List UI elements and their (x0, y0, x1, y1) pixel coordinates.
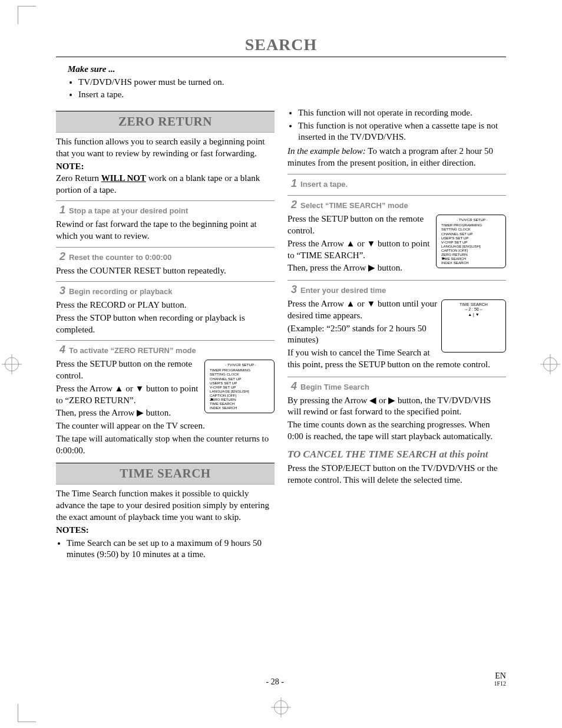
zero-return-step-3: 3 Begin recording or playback Press the … (56, 281, 275, 335)
step-number: 3 (291, 283, 297, 297)
osd-time-search-value: TIME SEARCH – 2 : 50 – ▲ | ▼ (441, 299, 506, 353)
time-search-heading: TIME SEARCH (56, 463, 275, 485)
intro-block: Make sure ... TV/DVD/VHS power must be t… (68, 63, 494, 100)
step-number: 2 (291, 198, 297, 212)
step-number: 4 (59, 343, 65, 357)
zero-return-note: NOTE: Zero Return WILL NOT work on a bla… (56, 161, 275, 196)
language-code: EN (495, 671, 506, 680)
cancel-heading: TO CANCEL THE TIME SEARCH at this point (287, 449, 506, 460)
zero-return-step-4: 4 To activate “ZERO RETURN” mode - TV/VC… (56, 340, 275, 457)
time-search-step-4: 4 Begin Time Search By pressing the Arro… (287, 377, 506, 443)
page-title: SEARCH (56, 35, 506, 57)
arrow-right-icon: ▶ (368, 263, 375, 272)
arrow-down-icon: ▼ (366, 239, 375, 248)
arrow-up-icon: ▲ (115, 384, 124, 393)
arrow-right-icon: ▶ (388, 396, 395, 405)
registration-mark-icon (541, 355, 559, 373)
step-body: Rewind or fast forward the tape to the b… (56, 219, 275, 242)
step-title: Begin Time Search (300, 382, 369, 392)
step-body: The tape will automatically stop when th… (56, 433, 275, 457)
osd-menu-time-search: - TV/VCR SETUP - TIMER PROGRAMMING SETTI… (436, 215, 506, 268)
note-label: NOTE: (56, 162, 84, 171)
arrow-down-icon: ▼ (135, 384, 144, 393)
time-search-step-3: 3 Enter your desired time TIME SEARCH – … (287, 280, 506, 372)
step-title: Enter your desired time (300, 285, 386, 295)
example-text: In the example below: To watch a program… (287, 146, 506, 169)
notes-label: NOTES: (56, 525, 275, 536)
step-body: The time counts down as the searching pr… (287, 419, 506, 443)
note-item: Time Search can be set up to a maximum o… (67, 538, 275, 561)
step-body: Press the STOP button when recording or … (56, 312, 275, 336)
arrow-right-icon: ▶ (442, 256, 445, 261)
manual-page: SEARCH Make sure ... TV/DVD/VHS power mu… (0, 0, 562, 728)
step-title: Stop a tape at your desired point (69, 206, 188, 216)
arrow-left-icon: ◀ (369, 396, 376, 405)
step-title: Begin recording or playback (69, 286, 173, 297)
footer-right: EN 1F12 (494, 671, 506, 687)
time-search-desc: The Time Search function makes it possib… (56, 488, 275, 523)
crop-mark-icon (18, 6, 36, 24)
step-body: Press the RECORD or PLAY button. (56, 299, 275, 311)
time-search-notes-cont: This function will not operate in record… (287, 107, 506, 143)
step-title: Insert a tape. (300, 179, 348, 189)
step-title: To activate “ZERO RETURN” mode (69, 345, 196, 355)
registration-mark-icon (3, 355, 21, 373)
step-number: 4 (291, 380, 297, 394)
zero-return-heading: ZERO RETURN (56, 111, 275, 133)
registration-mark-icon (272, 699, 290, 716)
right-column: This function will not operate in record… (287, 106, 506, 563)
step-title: Reset the counter to 0:00:00 (69, 252, 171, 262)
zero-return-step-1: 1 Stop a tape at your desired point Rewi… (56, 200, 275, 242)
step-title: Select “TIME SEARCH” mode (300, 200, 408, 210)
intro-item: Insert a tape. (78, 88, 494, 100)
cancel-body: Press the STOP/EJECT button on the TV/DV… (287, 463, 506, 486)
time-search-step-1: 1 Insert a tape. (287, 174, 506, 191)
step-number: 3 (59, 284, 65, 298)
page-footer: - 28 - EN 1F12 (56, 671, 506, 687)
arrow-up-icon: ▲ (346, 239, 355, 248)
crop-mark-icon (18, 704, 36, 722)
page-number: - 28 - (266, 677, 284, 687)
zero-return-step-2: 2 Reset the counter to 0:00:00 Press the… (56, 247, 275, 277)
arrow-right-icon: ▶ (211, 397, 214, 401)
arrow-up-icon: ▲ (346, 299, 355, 308)
step-body: Press the COUNTER RESET button repeatedl… (56, 265, 275, 277)
arrow-right-icon: ▶ (137, 408, 144, 417)
step-number: 2 (59, 250, 65, 264)
osd-menu-zero-return: - TV/VCR SETUP - TIMER PROGRAMMING SETTI… (204, 360, 275, 413)
note-item: This function will not operate in record… (298, 107, 506, 119)
zero-return-desc: This function allows you to search easil… (56, 136, 275, 160)
step-body: By pressing the Arrow ◀ or ▶ button, the… (287, 395, 506, 419)
intro-label: Make sure ... (68, 64, 115, 74)
time-search-step-2: 2 Select “TIME SEARCH” mode - TV/VCR SET… (287, 195, 506, 275)
left-column: ZERO RETURN This function allows you to … (56, 106, 275, 563)
note-item: This function is not operative when a ca… (298, 120, 506, 144)
intro-list: TV/DVD/VHS power must be turned on. Inse… (68, 76, 494, 100)
step-number: 1 (59, 203, 65, 218)
step-body: The counter will appear on the TV screen… (56, 420, 275, 432)
doc-code: 1F12 (494, 680, 506, 687)
intro-item: TV/DVD/VHS power must be turned on. (78, 76, 494, 88)
arrow-down-icon: ▼ (366, 299, 375, 308)
time-search-notes: Time Search can be set up to a maximum o… (56, 538, 275, 561)
step-number: 1 (291, 177, 297, 191)
